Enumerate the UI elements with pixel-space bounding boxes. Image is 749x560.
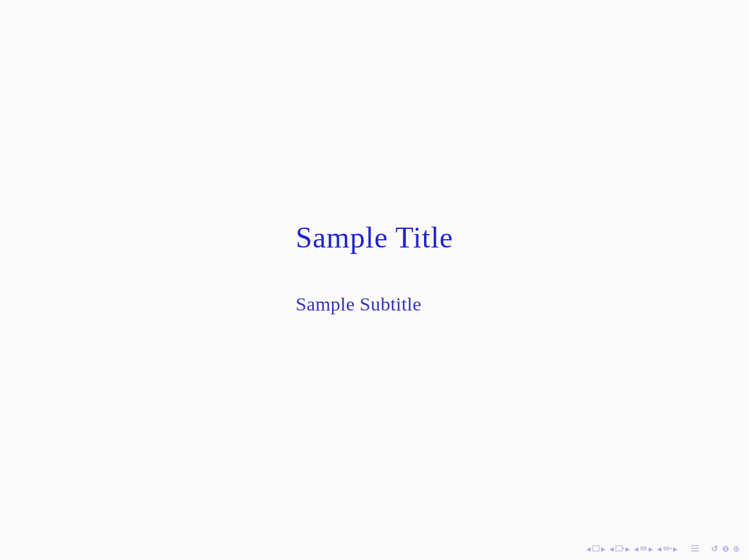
bottom-toolbar: ◀ ▶ ◀ ▶ ◀ xyxy=(586,543,740,555)
slide-content: Sample Title Sample Subtitle xyxy=(296,220,454,314)
nav-group-subsection: ◀ ▶ xyxy=(634,545,653,553)
nav-group-slide: ◀ ▶ xyxy=(586,545,606,553)
nav-section-next-arrow[interactable]: ▶ xyxy=(625,546,630,552)
svg-marker-9 xyxy=(670,547,672,550)
svg-marker-2 xyxy=(623,547,624,550)
nav-section-prev-arrow[interactable]: ◀ xyxy=(609,546,614,552)
nav-prev-arrow[interactable]: ◀ xyxy=(586,546,591,552)
zoom-in-icon[interactable]: ⊕ xyxy=(733,544,740,554)
svg-rect-1 xyxy=(616,546,622,551)
slide-container: Sample Title Sample Subtitle ◀ ▶ ◀ ▶ xyxy=(0,0,749,560)
nav-next-arrow[interactable]: ▶ xyxy=(601,546,606,552)
nav-lines-next-arrow[interactable]: ▶ xyxy=(673,546,678,552)
nav-lines-icon xyxy=(663,545,672,553)
nav-group-lines: ◀ ▶ xyxy=(657,545,678,553)
nav-sub-prev-arrow[interactable]: ◀ xyxy=(634,546,638,552)
svg-rect-0 xyxy=(593,546,599,551)
nav-group-section: ◀ ▶ xyxy=(609,545,630,553)
nav-sub-icon xyxy=(640,545,647,553)
nav-section-icon xyxy=(615,545,624,553)
nav-sub-next-arrow[interactable]: ▶ xyxy=(649,546,653,552)
loop-back-icon[interactable]: ↺ xyxy=(711,544,718,554)
zoom-out-icon[interactable]: ⊖ xyxy=(722,544,729,554)
slide-title: Sample Title xyxy=(296,220,454,254)
menu-icon[interactable] xyxy=(690,543,699,555)
nav-lines-prev-arrow[interactable]: ◀ xyxy=(657,546,661,552)
nav-box-icon xyxy=(592,545,600,553)
slide-subtitle: Sample Subtitle xyxy=(296,293,421,314)
